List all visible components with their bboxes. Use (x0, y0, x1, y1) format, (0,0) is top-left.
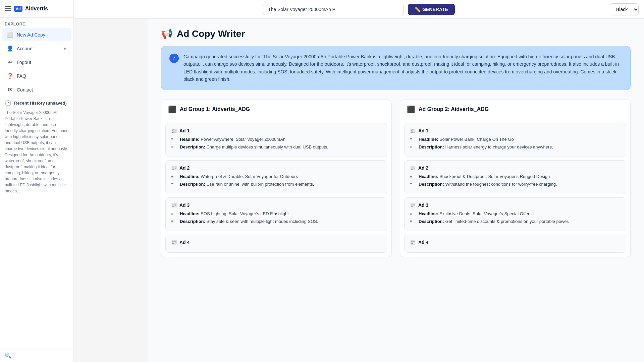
topbar: ✏️ GENERATE Black White Blue (74, 0, 644, 19)
ad-cards-2: 📰 Ad 1 ≡ Headline: Solar Power Bank: Cha… (400, 119, 630, 257)
ad-desc-g2-1: Harness solar energy to charge your devi… (445, 144, 553, 149)
sidebar-item-label: FAQ (17, 73, 26, 79)
desc-label: Description: (180, 144, 205, 149)
ad-card-title-g1-4: 📰 Ad 4 (171, 240, 382, 245)
desc-icon-g1-1: ≡ (171, 144, 177, 150)
ad-headline-row-g1-1: ≡ Headline: Power Anywhere: Solar Voyage… (171, 136, 382, 143)
desc-label-g1-3: Description: (180, 219, 205, 224)
hamburger-icon[interactable] (5, 5, 11, 12)
ad-headline-g2-3: Exclusive Deals: Solar Voyager's Special… (439, 211, 532, 216)
ad-card-g1-1: 📰 Ad 1 ≡ Headline: Power Anywhere: Solar… (165, 123, 387, 157)
ad-group-title-2: Ad Group 2: Aidvertis_ADG (419, 106, 489, 112)
desc-icon-g2-2: ≡ (410, 181, 416, 188)
sidebar-item-label: Account (17, 46, 34, 51)
ad-card-g1-3: 📰 Ad 3 ≡ Headline: SOS Lighting: Solar V… (165, 197, 387, 231)
sidebar: Ad Aidvertis Explore ⬜ New Ad Copy 👤 Acc… (0, 0, 74, 362)
megaphone-icon: 📢 (161, 28, 173, 39)
logo-box: Ad (14, 6, 22, 12)
desc-label-g2-3: Description: (419, 219, 444, 224)
ad-headline-g1-1: Power Anywhere: Solar Voyager 20000mAh (201, 137, 285, 142)
ad-group-card-2: ⬛ Ad Group 2: Aidvertis_ADG 📰 Ad 1 ≡ Hea… (400, 100, 631, 257)
ad-number-g2-1: Ad 1 (418, 128, 428, 133)
history-label: Recent History (unsaved) (14, 101, 67, 106)
sidebar-item-account[interactable]: 👤 Account ▶ (2, 42, 71, 55)
theme-select[interactable]: Black White Blue (610, 3, 639, 15)
sidebar-item-contact[interactable]: ✉ Contact (2, 83, 71, 96)
campaign-banner: ✓ Campaign generated successfully for: T… (161, 46, 631, 90)
desc-icon-g2-1: ≡ (410, 144, 416, 150)
ad-desc-row-g2-2: ≡ Description: Withstand the toughest co… (410, 181, 621, 188)
sidebar-item-label: Logout (17, 60, 31, 65)
ad-number-g2-4: Ad 4 (418, 240, 428, 245)
ad-desc-row-g1-2: ≡ Description: Use rain or shine, with b… (171, 181, 382, 188)
headline-label-g2-2: Headline: (419, 174, 438, 179)
headline-icon-g2-3: ≡ (410, 210, 416, 217)
ad-icon-g1-4: 📰 (171, 240, 177, 245)
ad-headline-g1-3: SOS Lighting: Solar Voyager's LED Flashl… (201, 211, 289, 216)
faq-icon: ❓ (7, 73, 13, 79)
ad-desc-g1-1: Charge multiple devices simultaneously w… (206, 144, 328, 149)
explore-label: Explore (0, 18, 73, 28)
layers-icon-1: ⬛ (168, 105, 176, 113)
ad-icon-g1-3: 📰 (171, 202, 177, 208)
headline-icon-g1-2: ≡ (171, 173, 177, 180)
ad-headline-g2-2: Shockproof & Dustproof: Solar Voyager's … (439, 174, 550, 179)
ad-card-g1-2: 📰 Ad 2 ≡ Headline: Waterproof & Durable:… (165, 160, 387, 194)
sidebar-item-logout[interactable]: ↩ Logout (2, 56, 71, 69)
ad-card-title-g2-3: 📰 Ad 3 (410, 202, 621, 208)
page-title: 📢 Ad Copy Writer (161, 28, 631, 39)
ad-number-g1-1: Ad 1 (179, 128, 190, 133)
ad-headline-row-g2-2: ≡ Headline: Shockproof & Dustproof: Sola… (410, 173, 621, 180)
ad-icon-g1-1: 📰 (171, 128, 177, 133)
headline-label-g1-3: Headline: (180, 211, 200, 216)
headline-label: Headline: (180, 137, 200, 142)
ad-headline-row-g2-1: ≡ Headline: Solar Power Bank: Charge On … (410, 136, 621, 143)
ad-headline-g1-2: Waterproof & Durable: Solar Voyager for … (201, 174, 298, 179)
desc-icon-g2-3: ≡ (410, 218, 416, 225)
product-description-input[interactable] (263, 4, 404, 15)
ad-card-g2-1: 📰 Ad 1 ≡ Headline: Solar Power Bank: Cha… (404, 123, 626, 157)
ad-icon-g2-4: 📰 (410, 240, 416, 245)
ad-desc-g2-2: Withstand the toughest conditions for wo… (445, 182, 557, 187)
ad-desc-row-g1-1: ≡ Description: Charge multiple devices s… (171, 144, 382, 150)
sidebar-header: Ad Aidvertis (0, 0, 73, 18)
ad-headline-row-g1-3: ≡ Headline: SOS Lighting: Solar Voyager'… (171, 210, 382, 217)
logout-icon: ↩ (7, 59, 13, 65)
ad-desc-row-g2-1: ≡ Description: Harness solar energy to c… (410, 144, 621, 150)
ad-number-g2-3: Ad 3 (418, 202, 428, 208)
headline-icon-g1-3: ≡ (171, 210, 177, 217)
ad-icon-g2-3: 📰 (410, 202, 416, 208)
desc-icon-g1-3: ≡ (171, 218, 177, 225)
desc-label-g1-2: Description: (180, 182, 205, 187)
ad-card-g1-4: 📰 Ad 4 (165, 235, 387, 253)
main-content: 📢 Ad Copy Writer ✓ Campaign generated su… (148, 19, 644, 362)
ad-desc-row-g2-3: ≡ Description: Get limited-time discount… (410, 218, 621, 225)
ad-card-g2-3: 📰 Ad 3 ≡ Headline: Exclusive Deals: Sola… (404, 197, 626, 231)
layers-icon-2: ⬛ (407, 105, 415, 113)
headline-icon-g2-2: ≡ (410, 173, 416, 180)
sidebar-item-faq[interactable]: ❓ FAQ (2, 69, 71, 82)
ad-card-title-g1-3: 📰 Ad 3 (171, 202, 382, 208)
generate-button[interactable]: ✏️ GENERATE (408, 4, 455, 15)
sidebar-history-header: 🕐 Recent History (unsaved) (0, 97, 73, 108)
banner-text: Campaign generated successfully for: The… (183, 53, 622, 83)
success-icon: ✓ (169, 54, 179, 63)
new-ad-copy-icon: ⬜ (7, 32, 13, 38)
ad-number-g1-2: Ad 2 (179, 165, 190, 171)
ad-card-title-g1-2: 📰 Ad 2 (171, 165, 382, 171)
sidebar-item-label: New Ad Copy (17, 32, 45, 38)
page-title-text: Ad Copy Writer (177, 28, 245, 39)
history-icon: 🕐 (5, 100, 11, 106)
ad-headline-g2-1: Solar Power Bank: Charge On The Go (439, 137, 514, 142)
sidebar-item-new-ad-copy[interactable]: ⬜ New Ad Copy (2, 28, 71, 41)
sidebar-item-label: Contact (17, 87, 33, 93)
ad-desc-row-g1-3: ≡ Description: Stay safe & seen with mul… (171, 218, 382, 225)
ad-headline-row-g2-3: ≡ Headline: Exclusive Deals: Solar Voyag… (410, 210, 621, 217)
sidebar-search[interactable]: 🔍 (0, 349, 73, 362)
ad-groups-grid: ⬛ Ad Group 1: Aidvertis_ADG 📰 Ad 1 ≡ Hea… (161, 100, 631, 257)
ad-desc-g1-3: Stay safe & seen with multiple light mod… (206, 219, 318, 224)
ad-icon-g2-1: 📰 (410, 128, 416, 133)
ad-icon-g1-2: 📰 (171, 165, 177, 171)
sidebar-history-content: The Solar Voyager 20000mAh Portable Powe… (0, 108, 73, 349)
headline-label-g2-1: Headline: (419, 137, 438, 142)
